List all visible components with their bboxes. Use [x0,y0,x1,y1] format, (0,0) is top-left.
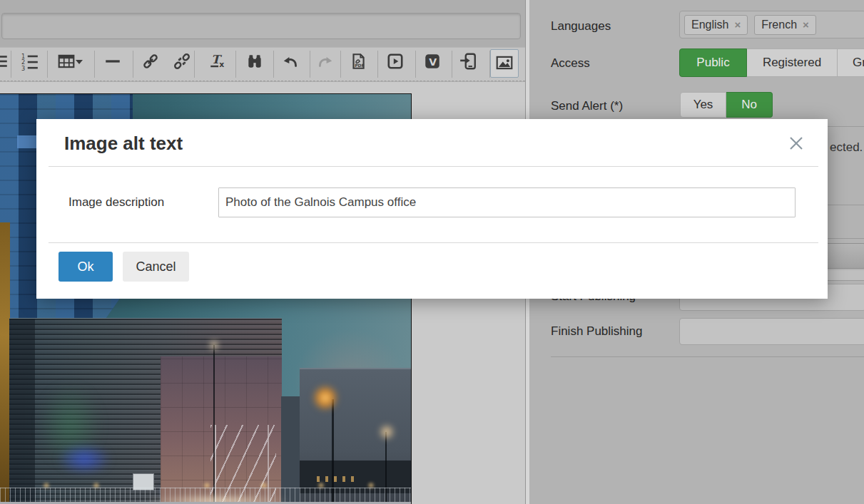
vimeo-icon[interactable]: V [423,52,442,71]
svg-text:PDF: PDF [355,63,364,68]
street-lamp-glow [312,384,339,411]
horizontal-rule-icon[interactable] [103,52,122,71]
street-lamp-glow [208,339,220,351]
export-pdf-icon[interactable]: PDF [349,52,367,71]
tag-remove-icon[interactable]: × [734,19,741,31]
toolbar-separator [377,51,378,78]
toolbar-separator [310,51,310,78]
table-caret-icon[interactable] [75,52,83,71]
language-tag-label: French [761,19,797,31]
toolbar-separator [273,51,274,78]
toolbar-separator [47,51,48,78]
access-label: Access [551,56,590,71]
page: 123 [0,0,864,504]
image-alt-text-dialog: Image alt text Image description Ok Canc… [36,119,828,299]
svg-text:x: x [219,60,224,69]
article-title-input[interactable] [1,13,521,39]
language-tag[interactable]: French × [754,15,816,35]
table-icon[interactable] [57,52,76,71]
toolbar-separator [452,51,452,78]
street-lamp-glow [378,423,395,441]
languages-tagbox[interactable]: English × French × [679,11,864,38]
insert-image-icon[interactable] [495,53,514,72]
access-registered-button[interactable]: Registered [747,48,838,77]
cancel-button[interactable]: Cancel [123,252,189,282]
redo-icon[interactable] [316,52,335,71]
dialog-title: Image alt text [64,133,183,155]
send-alert-button-group: Yes No [680,92,773,118]
image-description-input[interactable] [218,187,796,217]
editor-toolbar: 123 [0,47,525,81]
svg-text:3: 3 [21,65,25,71]
insert-link-icon[interactable] [141,52,160,71]
send-alert-label: Send Alert (*) [551,99,623,113]
bullet-list-icon[interactable] [0,52,9,71]
toolbar-separator [415,51,416,78]
insert-media-icon[interactable] [386,52,405,71]
languages-label: Languages [551,19,611,34]
language-tag-label: English [691,19,728,31]
svg-text:V: V [429,56,437,68]
image-description-label: Image description [68,195,164,210]
toolbar-separator [94,51,95,78]
toolbar-separator [194,51,195,78]
mobile-login-icon[interactable] [459,52,477,71]
toolbar-separator [340,51,341,78]
toolbar-separator [235,51,236,78]
dialog-divider [49,166,818,167]
sidebar-divider [551,356,864,357]
close-icon [788,143,804,153]
dialog-close-button[interactable] [786,133,807,155]
access-button-group: Public Registered Gr [679,48,864,77]
finish-publishing-input[interactable] [679,318,864,345]
gold-facade-sliver [0,222,10,504]
finish-publishing-label: Finish Publishing [551,324,643,339]
remove-link-icon[interactable] [173,52,191,71]
send-alert-no-button[interactable]: No [726,92,773,118]
toolbar-separator [133,51,133,78]
undo-icon[interactable] [281,52,300,71]
find-replace-icon[interactable] [245,52,264,71]
access-group-button[interactable]: Gr [838,48,864,77]
obscured-status-text: ected. [830,140,863,155]
clear-formatting-icon[interactable]: T x [208,52,227,71]
dialog-divider [49,242,818,243]
access-public-button[interactable]: Public [679,48,747,77]
language-tag[interactable]: English × [684,15,748,35]
ordered-list-icon[interactable]: 123 [21,52,39,71]
ok-button[interactable]: Ok [59,252,113,282]
tag-remove-icon[interactable]: × [803,19,809,31]
send-alert-yes-button[interactable]: Yes [680,92,726,118]
toolbar-separator [11,51,11,78]
